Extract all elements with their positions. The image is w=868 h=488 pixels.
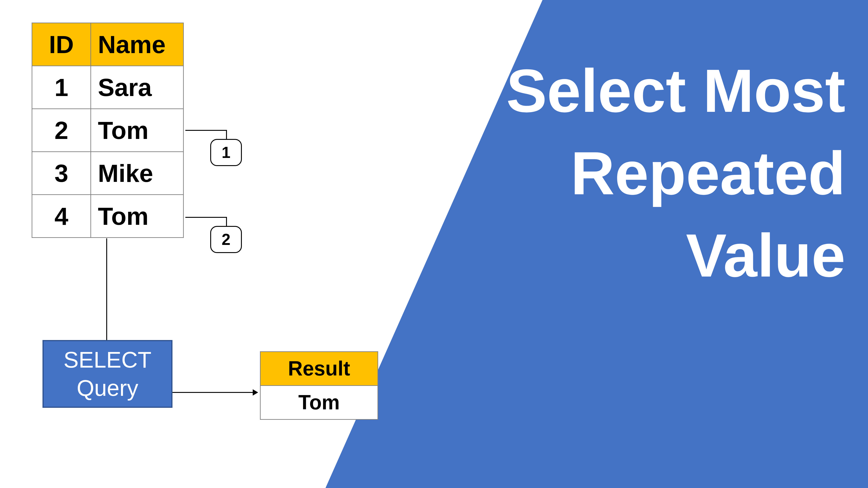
cell-name: Tom — [91, 195, 184, 238]
cell-name: Tom — [91, 109, 184, 152]
cell-id: 2 — [32, 109, 91, 152]
badge-2-connector-vertical — [226, 217, 227, 226]
input-data-table: ID Name 1 Sara 2 Tom 3 Mike 4 Tom — [32, 23, 184, 238]
result-table: Result Tom — [260, 351, 378, 420]
result-row: Tom — [260, 386, 378, 420]
query-to-result-connector — [173, 392, 254, 393]
query-line-1: SELECT — [64, 346, 151, 374]
badge-1-connector-vertical — [226, 130, 227, 139]
table-row: 2 Tom — [32, 109, 184, 152]
cell-id: 3 — [32, 152, 91, 195]
table-header-row: ID Name — [32, 23, 184, 66]
header-name: Name — [91, 23, 184, 66]
query-line-2: Query — [76, 374, 138, 402]
cell-name: Sara — [91, 66, 184, 109]
cell-id: 1 — [32, 66, 91, 109]
badge-2-connector-horizontal — [185, 217, 226, 218]
table-row: 3 Mike — [32, 152, 184, 195]
result-header: Result — [260, 352, 378, 386]
count-badge-1-value: 1 — [222, 143, 230, 162]
query-to-result-arrowhead — [253, 389, 258, 396]
table-to-query-connector — [106, 238, 107, 340]
cell-id: 4 — [32, 195, 91, 238]
table-row: 4 Tom — [32, 195, 184, 238]
badge-1-connector-horizontal — [185, 130, 226, 131]
header-id: ID — [32, 23, 91, 66]
count-badge-1: 1 — [210, 139, 242, 166]
title-line-2: Repeated — [506, 132, 845, 215]
result-header-row: Result — [260, 352, 378, 386]
count-badge-2: 2 — [210, 226, 242, 253]
count-badge-2-value: 2 — [222, 230, 230, 249]
result-value: Tom — [260, 386, 378, 420]
title-line-1: Select Most — [506, 50, 845, 132]
title-line-3: Value — [506, 215, 845, 297]
cell-name: Mike — [91, 152, 184, 195]
slide-title: Select Most Repeated Value — [506, 50, 845, 297]
table-row: 1 Sara — [32, 66, 184, 109]
select-query-box: SELECT Query — [42, 340, 173, 408]
